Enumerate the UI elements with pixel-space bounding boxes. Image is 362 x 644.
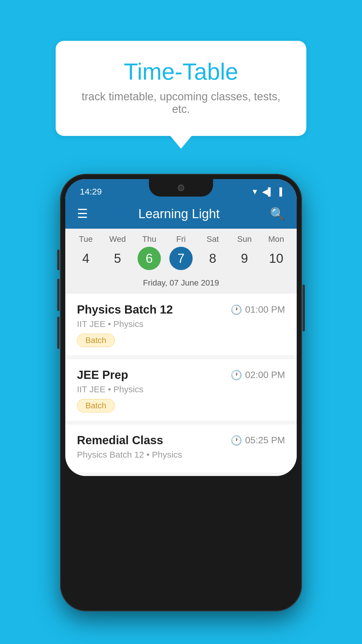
phone-outer: 14:29 ▼ ◀▌ ▐ ☰ Learning Light 🔍 Tue4Wed5…: [60, 174, 302, 611]
batch-badge: Batch: [77, 334, 115, 347]
event-meta: IIT JEE • Physics: [77, 384, 285, 394]
day-number: 10: [264, 247, 288, 270]
calendar-strip: Tue4Wed5Thu6Fri7Sat8Sun9Mon10 Friday, 07…: [65, 229, 297, 293]
event-card[interactable]: Physics Batch 12🕐 01:00 PMIIT JEE • Phys…: [65, 293, 297, 355]
hamburger-icon[interactable]: ☰: [77, 208, 88, 220]
batch-badge: Batch: [77, 399, 115, 412]
side-button-vol-down: [57, 317, 59, 349]
event-time: 🕐 05:25 PM: [231, 435, 285, 446]
day-col-thu[interactable]: Thu6: [135, 235, 164, 274]
tooltip-subtitle: track timetable, upcoming classes, tests…: [79, 90, 283, 116]
event-header: Physics Batch 12🕐 01:00 PM: [77, 303, 285, 316]
day-label: Fri: [176, 235, 186, 244]
tooltip-card: Time-Table track timetable, upcoming cla…: [56, 41, 306, 136]
content-area: Physics Batch 12🕐 01:00 PMIIT JEE • Phys…: [65, 293, 297, 476]
clock-icon: 🕐: [231, 435, 242, 446]
day-col-fri[interactable]: Fri7: [166, 235, 196, 274]
side-button-vol-silent: [57, 250, 59, 270]
day-col-sun[interactable]: Sun9: [230, 235, 259, 274]
app-header: ☰ Learning Light 🔍: [65, 199, 297, 229]
day-col-tue[interactable]: Tue4: [71, 235, 100, 274]
day-label: Wed: [109, 235, 126, 244]
day-label: Sat: [207, 235, 219, 244]
event-title: Physics Batch 12: [77, 303, 173, 316]
day-number: 9: [233, 247, 256, 270]
event-time: 🕐 01:00 PM: [231, 304, 285, 315]
event-meta: IIT JEE • Physics: [77, 319, 285, 329]
day-label: Mon: [268, 235, 284, 244]
inner-screen: 14:29 ▼ ◀▌ ▐ ☰ Learning Light 🔍 Tue4Wed5…: [65, 179, 297, 476]
event-header: Remedial Class🕐 05:25 PM: [77, 434, 285, 447]
app-title: Learning Light: [138, 206, 220, 221]
phone-notch: [149, 179, 213, 197]
status-time: 14:29: [80, 187, 102, 197]
battery-icon: ▐: [277, 187, 282, 196]
side-button-power: [303, 285, 305, 331]
day-col-mon[interactable]: Mon10: [261, 235, 291, 274]
day-label: Tue: [79, 235, 93, 244]
camera: [178, 185, 184, 191]
clock-icon: 🕐: [231, 370, 242, 381]
day-number: 5: [106, 247, 129, 270]
day-number: 6: [138, 247, 161, 270]
side-button-vol-up: [57, 279, 59, 311]
day-col-wed[interactable]: Wed5: [103, 235, 132, 274]
event-title: Remedial Class: [77, 434, 163, 447]
wifi-icon: ▼: [251, 187, 259, 196]
status-icons: ▼ ◀▌ ▐: [251, 187, 282, 196]
event-card[interactable]: JEE Prep🕐 02:00 PMIIT JEE • PhysicsBatch: [65, 359, 297, 421]
event-card[interactable]: Remedial Class🕐 05:25 PMPhysics Batch 12…: [65, 424, 297, 473]
event-time: 🕐 02:00 PM: [231, 370, 285, 381]
day-number: 7: [169, 247, 193, 270]
day-number: 8: [201, 247, 224, 270]
day-col-sat[interactable]: Sat8: [198, 235, 227, 274]
event-title: JEE Prep: [77, 368, 128, 382]
tooltip-title: Time-Table: [79, 58, 283, 85]
event-meta: Physics Batch 12 • Physics: [77, 450, 285, 460]
selected-date-label: Friday, 07 June 2019: [65, 274, 297, 293]
day-number: 4: [74, 247, 97, 270]
days-row: Tue4Wed5Thu6Fri7Sat8Sun9Mon10: [65, 235, 297, 274]
search-icon[interactable]: 🔍: [270, 207, 285, 221]
day-label: Sun: [237, 235, 252, 244]
clock-icon: 🕐: [231, 304, 242, 315]
phone-mockup: 14:29 ▼ ◀▌ ▐ ☰ Learning Light 🔍 Tue4Wed5…: [60, 174, 302, 611]
day-label: Thu: [142, 235, 156, 244]
signal-icon: ◀▌: [262, 187, 273, 196]
event-header: JEE Prep🕐 02:00 PM: [77, 368, 285, 382]
